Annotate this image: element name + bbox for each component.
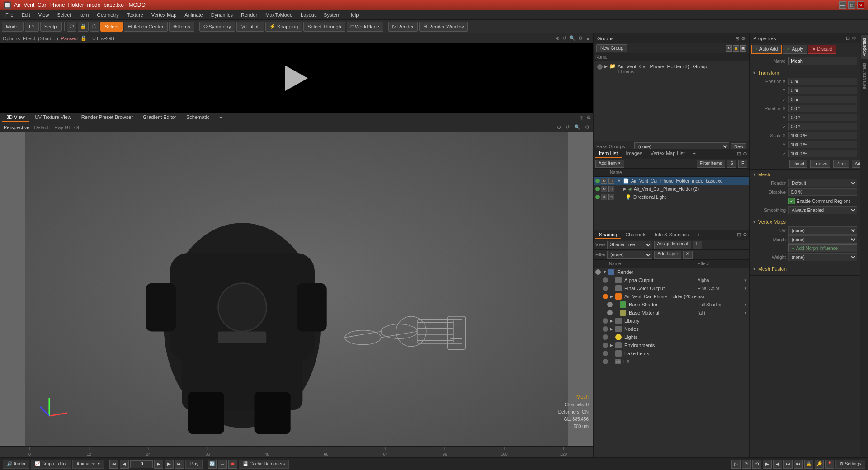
- groups-settings-icon[interactable]: ⚙: [741, 36, 745, 42]
- uv-select[interactable]: (none): [788, 226, 857, 235]
- transform-arrow[interactable]: ▼: [752, 70, 756, 75]
- close-btn[interactable]: ✕: [857, 1, 864, 9]
- vertex-maps-arrow[interactable]: ▼: [752, 220, 756, 224]
- item-list-settings-icon[interactable]: ⚙: [743, 151, 747, 157]
- default-label[interactable]: Default: [34, 125, 50, 130]
- render-btn[interactable]: ▷ Render: [388, 22, 418, 32]
- rotation-y-value[interactable]: 0.0 °: [788, 114, 857, 121]
- mode-model-btn[interactable]: Model: [2, 22, 24, 32]
- icon-a[interactable]: ▷: [731, 460, 741, 469]
- icon-g[interactable]: ⏮: [794, 460, 803, 469]
- viewport-content[interactable]: Mesh Channels: 0 Deformers: ON GL: 385,4…: [0, 132, 593, 446]
- shading-settings-icon[interactable]: ⚙: [743, 232, 747, 238]
- menu-help[interactable]: Help: [345, 11, 363, 19]
- workplane-btn[interactable]: □ WorkPlane: [347, 22, 383, 32]
- props-settings-icon[interactable]: ⚙: [852, 35, 856, 41]
- item-settings-3[interactable]: ⚙: [601, 194, 607, 200]
- render-window-btn[interactable]: ⊞ Render Window: [419, 22, 468, 32]
- add-morph-influence-btn[interactable]: + Add Morph Influence: [788, 244, 857, 252]
- title-bar-controls[interactable]: — □ ✕: [839, 1, 864, 9]
- tab-add[interactable]: +: [215, 113, 226, 122]
- play-button[interactable]: [285, 66, 308, 91]
- add-btn[interactable]: Add: [852, 160, 860, 168]
- tab-schematic[interactable]: Schematic: [182, 113, 214, 122]
- icon-b[interactable]: ⟳: [742, 460, 751, 469]
- scale-x-value[interactable]: 100.0 %: [788, 132, 857, 139]
- options-label[interactable]: Options: [3, 36, 20, 41]
- icon-d[interactable]: ▶: [763, 460, 772, 469]
- expand-render[interactable]: ▼: [603, 270, 607, 274]
- mode-f2-btn[interactable]: F2: [25, 22, 39, 32]
- shader-row-alpha[interactable]: Alpha Output Alpha ▼: [594, 276, 749, 284]
- position-z-value[interactable]: 0 m: [788, 96, 857, 103]
- menu-render[interactable]: Render: [237, 11, 261, 19]
- falloff-btn[interactable]: ◎ Falloff: [236, 22, 264, 32]
- vp-settings-icon[interactable]: ⚙: [586, 114, 591, 121]
- reset-btn[interactable]: Reset: [789, 160, 807, 168]
- menu-layout[interactable]: Layout: [297, 11, 319, 19]
- shader-row-nodes[interactable]: ▶ Nodes: [594, 325, 749, 333]
- items-btn[interactable]: ◈ Items: [169, 22, 194, 32]
- tab-vertex-map-list[interactable]: Vertex Map List: [647, 150, 689, 158]
- icon-h[interactable]: 🔒: [804, 460, 813, 469]
- cache-deformers-btn[interactable]: 💾 Cache Deformers: [239, 460, 289, 469]
- position-y-value[interactable]: 0 m: [788, 87, 857, 94]
- rotation-x-value[interactable]: 0.0 °: [788, 105, 857, 112]
- tab-shading-add[interactable]: +: [693, 231, 703, 239]
- icon-i[interactable]: 🔑: [815, 460, 824, 469]
- select-btn[interactable]: Select: [100, 22, 123, 32]
- menu-edit[interactable]: Edit: [18, 11, 34, 19]
- expand-arrow-mesh[interactable]: ▶: [623, 187, 627, 191]
- menu-maxtomodo[interactable]: MaxToModo: [262, 11, 296, 19]
- ray-gl-label[interactable]: Ray GL: Off: [54, 125, 80, 130]
- new-group-btn[interactable]: New Group: [596, 44, 627, 52]
- item-row-file[interactable]: ⚙ □ ▼ 📄 Air_Vent_Car_Phone_Holder_modo_b…: [594, 177, 749, 185]
- icon-c[interactable]: ⟲: [752, 460, 761, 469]
- next-key-btn[interactable]: ⏭: [175, 460, 184, 469]
- perspective-label[interactable]: Perspective: [4, 125, 29, 130]
- symmetry-btn[interactable]: ⇔ Symmetry: [199, 22, 236, 32]
- item-settings-2[interactable]: ⚙: [601, 186, 607, 192]
- view-select[interactable]: Shader Tree: [607, 241, 652, 249]
- vtab-item-channels[interactable]: Item Channels: [861, 60, 868, 92]
- S-btn[interactable]: S: [683, 251, 693, 259]
- menu-view[interactable]: View: [35, 11, 53, 19]
- tab-3d-view[interactable]: 3D View: [2, 113, 29, 122]
- tab-shading[interactable]: Shading: [595, 231, 621, 239]
- prev-frame-btn[interactable]: ◀: [120, 460, 129, 469]
- tab-item-list[interactable]: Item List: [595, 150, 622, 158]
- groups-icon-1[interactable]: 👁: [726, 45, 732, 52]
- discard-btn[interactable]: ✕ Discard: [808, 45, 836, 54]
- item-row-light[interactable]: ⚙ □ 💡 Directional Light: [594, 193, 749, 201]
- assign-material-btn[interactable]: Assign Material: [654, 241, 691, 249]
- mesh-arrow[interactable]: ▼: [752, 172, 756, 177]
- F-btn[interactable]: F: [693, 241, 702, 249]
- apply-btn[interactable]: ✓ Apply: [783, 45, 807, 54]
- shader-row-env[interactable]: ▶ Environments: [594, 341, 749, 349]
- settings-btn[interactable]: ⚙ Settings: [835, 460, 865, 469]
- tab-render-preset[interactable]: Render Preset Browser: [77, 113, 137, 122]
- auto-add-btn[interactable]: + Auto Add: [751, 45, 782, 54]
- mode-sculpt-btn[interactable]: Sculpt: [40, 22, 62, 32]
- position-x-value[interactable]: 0 m: [788, 78, 857, 85]
- menu-item[interactable]: Item: [75, 11, 92, 19]
- loop-btn[interactable]: 🔄: [208, 460, 217, 469]
- icon-btn-1[interactable]: 🛡: [67, 22, 76, 32]
- add-item-btn[interactable]: Add Item ▼: [595, 160, 624, 168]
- group-name[interactable]: Air_Vent_Car_Phone_Holder (3) : Group: [618, 64, 707, 69]
- tab-item-add[interactable]: +: [689, 150, 699, 158]
- shader-row-group[interactable]: ▶ Air_Vent_Car_Phone_Holder (20 items): [594, 292, 749, 301]
- menu-vertex-map[interactable]: Vertex Map: [148, 11, 180, 19]
- zero-btn[interactable]: Zero: [833, 160, 849, 168]
- weight-select[interactable]: (none): [788, 253, 857, 261]
- add-layer-btn[interactable]: Add Layer: [654, 251, 681, 259]
- dissolve-value[interactable]: 0.0 %: [788, 188, 857, 196]
- select-through-btn[interactable]: Select Through: [303, 22, 345, 32]
- minimize-btn[interactable]: —: [839, 1, 846, 9]
- play-label-btn[interactable]: Play: [185, 460, 202, 469]
- expand-env[interactable]: ▶: [610, 343, 614, 348]
- mesh-fusion-arrow[interactable]: ▼: [752, 267, 756, 271]
- menu-texture[interactable]: Texture: [123, 11, 147, 19]
- pingpong-btn[interactable]: ↔: [218, 460, 227, 469]
- shader-row-fx[interactable]: FX FX: [594, 357, 749, 366]
